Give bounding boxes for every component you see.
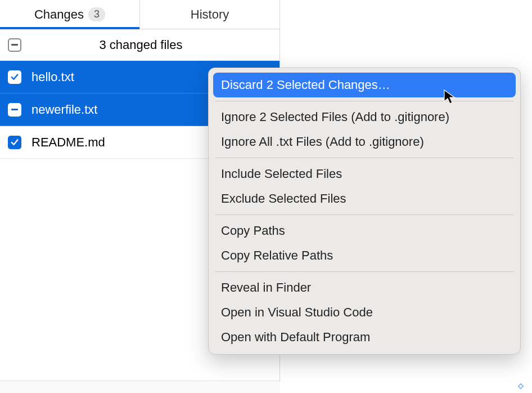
tab-bar: Changes 3 History	[0, 0, 279, 29]
file-name: hello.txt	[31, 70, 74, 84]
file-name: newerfile.txt	[31, 102, 97, 117]
diff-indicator-icon	[517, 383, 524, 390]
context-menu: Discard 2 Selected Changes… Ignore 2 Sel…	[208, 68, 521, 355]
menu-separator	[215, 215, 513, 215]
file-checkbox[interactable]	[8, 70, 21, 84]
menu-discard-changes[interactable]: Discard 2 Selected Changes…	[213, 73, 516, 97]
menu-open-default[interactable]: Open with Default Program	[213, 325, 516, 350]
select-all-checkbox[interactable]	[8, 38, 21, 52]
footer-bar	[0, 381, 280, 393]
file-checkbox[interactable]	[8, 136, 21, 149]
menu-open-vscode[interactable]: Open in Visual Studio Code	[213, 300, 516, 325]
svg-rect-0	[519, 384, 523, 388]
menu-ignore-selected[interactable]: Ignore 2 Selected Files (Add to .gitigno…	[213, 105, 516, 129]
menu-separator	[215, 158, 513, 158]
menu-separator	[215, 271, 513, 272]
menu-reveal-in-finder[interactable]: Reveal in Finder	[213, 275, 516, 300]
changes-summary-row: 3 changed files	[0, 29, 279, 61]
menu-separator	[215, 101, 513, 101]
changes-count-badge: 3	[88, 7, 105, 21]
tab-history[interactable]: History	[140, 0, 279, 29]
changes-summary-text: 3 changed files	[29, 38, 272, 52]
mixed-indicator-icon	[11, 44, 18, 46]
menu-copy-paths[interactable]: Copy Paths	[213, 218, 516, 243]
tab-changes[interactable]: Changes 3	[0, 0, 140, 29]
check-icon	[10, 137, 20, 148]
menu-exclude-selected[interactable]: Exclude Selected Files	[213, 186, 516, 211]
menu-copy-relative-paths[interactable]: Copy Relative Paths	[213, 243, 516, 268]
file-name: README.md	[31, 135, 105, 150]
mixed-indicator-icon	[11, 109, 18, 110]
check-icon	[10, 72, 20, 82]
tab-history-label: History	[191, 7, 229, 22]
file-checkbox[interactable]	[8, 103, 21, 117]
menu-include-selected[interactable]: Include Selected Files	[213, 162, 516, 186]
menu-ignore-extension[interactable]: Ignore All .txt Files (Add to .gitignore…	[213, 129, 516, 154]
tab-changes-label: Changes	[34, 7, 84, 22]
